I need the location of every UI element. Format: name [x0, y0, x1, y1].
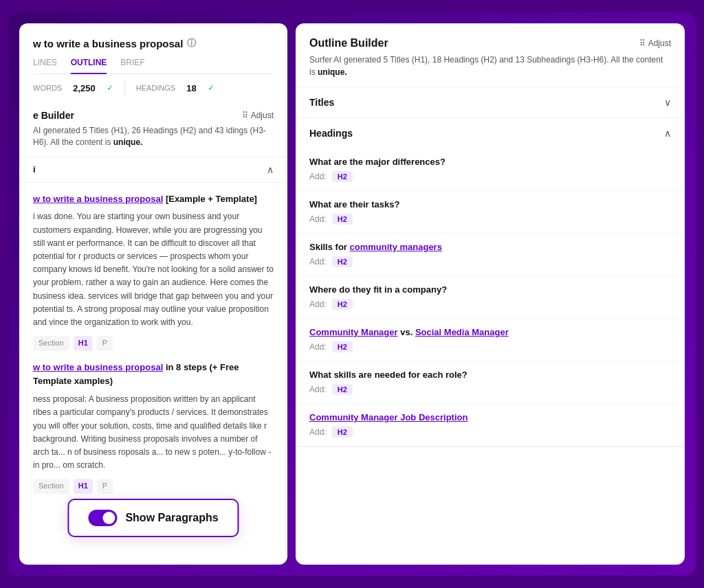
article-1-heading: w to write a business proposal [Example … — [33, 192, 274, 207]
info-icon[interactable]: ⓘ — [187, 37, 196, 49]
right-adjust-button[interactable]: ⠿ Adjust — [639, 38, 671, 48]
article-2-heading: w to write a business proposal in 8 step… — [33, 361, 274, 389]
outline-builder-section: e Builder ⠿ Adjust AI generated 5 Titles… — [19, 102, 287, 157]
app-container: w to write a business proposal ⓘ LINES O… — [8, 12, 696, 576]
right-title-row: Outline Builder ⠿ Adjust — [309, 37, 671, 49]
right-panel: Outline Builder ⠿ Adjust Surfer AI gener… — [296, 23, 685, 565]
headings-label: Headings — [309, 128, 353, 139]
add-row-3: Add: H2 — [309, 256, 671, 267]
words-value: 2,250 — [73, 83, 96, 93]
builder-description: AI generated 5 Titles (H1), 26 Headings … — [33, 125, 274, 148]
headings-accordion-header[interactable]: Headings ∧ — [296, 118, 685, 148]
h2-badge-4[interactable]: H2 — [332, 299, 353, 310]
right-header: Outline Builder ⠿ Adjust Surfer AI gener… — [296, 23, 685, 87]
add-label-1: Add: — [309, 172, 327, 181]
heading-link-5a[interactable]: Community Manager — [309, 327, 398, 337]
tabs-bar: LINES OUTLINE BRIEF — [33, 58, 274, 74]
heading-text-7: Community Manager Job Description — [309, 412, 671, 422]
titles-accordion: Titles ∨ — [296, 87, 685, 118]
heading-link-3[interactable]: community managers — [350, 242, 442, 252]
tag-section-1: Section — [33, 336, 69, 351]
tag-h1-2: H1 — [74, 479, 93, 494]
show-paragraphs-overlay: Show Paragraphs — [67, 499, 239, 537]
headings-accordion: Headings ∧ What are the major difference… — [296, 118, 685, 447]
tag-h1-1: H1 — [74, 336, 93, 351]
heading-text-1: What are the major differences? — [309, 157, 671, 167]
tag-p-2: P — [97, 479, 113, 494]
words-label: WORDS — [33, 84, 62, 92]
heading-text-2: What are their tasks? — [309, 199, 671, 210]
heading-item-2: What are their tasks? Add: H2 — [296, 191, 685, 234]
left-header: w to write a business proposal ⓘ LINES O… — [19, 23, 287, 74]
add-row-5: Add: H2 — [309, 341, 671, 352]
add-label-2: Add: — [309, 214, 327, 224]
headings-check-icon: ✓ — [208, 83, 214, 93]
titles-chevron-down-icon[interactable]: ∨ — [664, 97, 671, 108]
heading-text-4: Where do they fit in a company? — [309, 284, 671, 295]
add-label-5: Add: — [309, 342, 327, 352]
right-adjust-icon: ⠿ — [639, 38, 646, 48]
add-label-3: Add: — [309, 257, 327, 267]
h2-badge-6[interactable]: H2 — [332, 384, 353, 395]
titles-label: Titles — [309, 97, 334, 108]
headings-value: 18 — [186, 83, 196, 93]
titles-accordion-header[interactable]: Titles ∨ — [296, 87, 685, 117]
add-row-2: Add: H2 — [309, 214, 671, 225]
heading-item-3: Skills for community managers Add: H2 — [296, 234, 685, 276]
add-label-4: Add: — [309, 299, 327, 309]
h2-badge-5[interactable]: H2 — [332, 341, 353, 352]
h2-badge-2[interactable]: H2 — [332, 214, 353, 225]
section-header-row[interactable]: i ∧ — [19, 157, 287, 183]
add-label-6: Add: — [309, 385, 327, 394]
add-label-7: Add: — [309, 427, 327, 437]
heading-text-6: What skills are needed for each role? — [309, 370, 671, 380]
h2-badge-7[interactable]: H2 — [332, 427, 353, 438]
article-1-body: i was done. You are starting your own bu… — [33, 210, 274, 329]
heading-link-5b[interactable]: Social Media Manager — [415, 327, 509, 337]
tag-section-2: Section — [33, 479, 69, 494]
add-row-1: Add: H2 — [309, 171, 671, 182]
heading-item-5: Community Manager vs. Social Media Manag… — [296, 319, 685, 361]
show-paragraphs-toggle[interactable] — [88, 510, 117, 526]
add-row-6: Add: H2 — [309, 384, 671, 395]
h2-badge-3[interactable]: H2 — [332, 256, 353, 267]
right-content-area: Titles ∨ Headings ∧ What are the major d… — [296, 87, 685, 565]
builder-title: e Builder — [33, 110, 74, 121]
heading-link-7[interactable]: Community Manager Job Description — [309, 412, 468, 422]
heading-text-3: Skills for community managers — [309, 242, 671, 252]
words-check-icon: ✓ — [107, 83, 113, 93]
left-panel: w to write a business proposal ⓘ LINES O… — [19, 23, 287, 565]
headings-label: HEADINGS — [136, 84, 175, 92]
chevron-up-icon[interactable]: ∧ — [267, 164, 274, 175]
heading-item-4: Where do they fit in a company? Add: H2 — [296, 276, 685, 319]
article-1-tags: Section H1 P — [33, 336, 274, 351]
article-2-body: ness proposal: A business proposition wr… — [33, 393, 274, 472]
add-row-4: Add: H2 — [309, 299, 671, 310]
heading-item-7: Community Manager Job Description Add: H… — [296, 404, 685, 446]
article-1-heading-link[interactable]: w to write a business proposal — [33, 194, 163, 204]
page-title: w to write a business proposal ⓘ — [33, 37, 274, 49]
heading-text-5: Community Manager vs. Social Media Manag… — [309, 327, 671, 337]
section-label: i — [33, 164, 36, 174]
builder-header: e Builder ⠿ Adjust — [33, 110, 274, 121]
heading-item-6: What skills are needed for each role? Ad… — [296, 361, 685, 404]
article-2-tags: Section H1 P — [33, 479, 274, 494]
heading-item-1: What are the major differences? Add: H2 — [296, 148, 685, 191]
add-row-7: Add: H2 — [309, 427, 671, 438]
tab-outline[interactable]: OUTLINE — [71, 58, 107, 74]
headings-chevron-up-icon[interactable]: ∧ — [664, 128, 671, 139]
h2-badge-1[interactable]: H2 — [332, 171, 353, 182]
left-adjust-button[interactable]: ⠿ Adjust — [242, 111, 274, 120]
right-description: Surfer AI generated 5 Titles (H1), 18 He… — [309, 54, 671, 78]
right-title: Outline Builder — [309, 37, 388, 49]
tab-brief[interactable]: BRIEF — [120, 58, 144, 74]
adjust-icon: ⠿ — [242, 111, 248, 120]
show-paragraphs-label: Show Paragraphs — [125, 512, 218, 524]
tag-p-1: P — [97, 336, 113, 351]
article-2-heading-link[interactable]: w to write a business proposal — [33, 362, 163, 372]
stats-bar: WORDS 2,250 ✓ HEADINGS 18 ✓ — [19, 74, 287, 102]
tab-lines[interactable]: LINES — [33, 58, 57, 74]
stats-divider — [124, 81, 125, 95]
